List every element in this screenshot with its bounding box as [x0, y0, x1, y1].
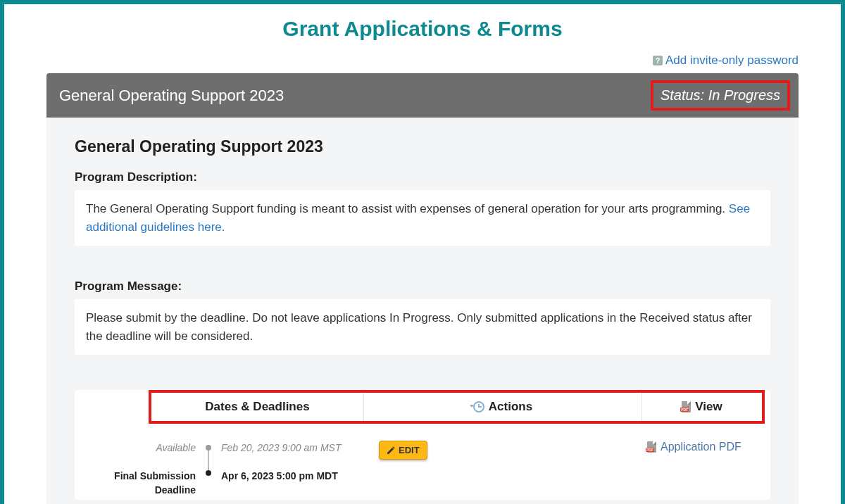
page-title: Grant Applications & Forms	[4, 17, 841, 41]
program-description-box: The General Operating Support funding is…	[75, 190, 770, 246]
program-message-box: Please submit by the deadline. Do not le…	[75, 299, 770, 355]
col-header-view-text: View	[695, 400, 722, 414]
table-body-row: Available Final Submission Deadline Feb	[75, 424, 770, 500]
timeline-line	[208, 451, 209, 470]
col-header-view: View	[642, 393, 762, 421]
application-pdf-link[interactable]: Application PDF	[647, 441, 741, 453]
grant-card: General Operating Support 2023 Status: I…	[46, 73, 799, 504]
status-badge: Status: In Progress	[651, 80, 790, 111]
deadline-date: Apr 6, 2023 5:00 pm MDT	[221, 469, 355, 483]
card-body: General Operating Support 2023 Program D…	[46, 118, 799, 504]
add-invite-password-link[interactable]: ? Add invite-only password	[653, 53, 799, 68]
pdf-icon	[647, 441, 656, 453]
deadline-label: Final Submission Deadline	[80, 469, 196, 483]
application-pdf-link-text: Application PDF	[661, 441, 741, 453]
top-link-bar: ? Add invite-only password	[4, 53, 841, 73]
view-cell: Application PDF	[640, 441, 765, 483]
available-date: Feb 20, 2023 9:00 am MST	[221, 441, 355, 455]
pdf-icon	[682, 401, 691, 412]
col-header-dates: Dates & Deadlines	[151, 393, 364, 421]
edit-button-label: EDIT	[399, 445, 420, 455]
program-description-label: Program Description:	[75, 170, 770, 184]
dates-cell: Available Final Submission Deadline Feb	[80, 441, 362, 483]
timeline-dot-available	[206, 445, 211, 451]
program-message-label: Program Message:	[75, 279, 770, 294]
table-header-row: Dates & Deadlines Actions View	[149, 390, 765, 424]
add-invite-password-link-text: Add invite-only password	[665, 53, 799, 68]
card-subtitle: General Operating Support 2023	[75, 137, 770, 156]
available-label: Available	[80, 441, 196, 455]
col-header-actions: Actions	[364, 393, 642, 421]
page-container: Grant Applications & Forms ? Add invite-…	[4, 4, 841, 504]
col-header-actions-text: Actions	[489, 400, 532, 414]
card-header: General Operating Support 2023 Status: I…	[46, 73, 799, 118]
timeline: Available Final Submission Deadline Feb	[80, 441, 355, 483]
actions-cell: EDIT	[362, 441, 640, 483]
timeline-dot-deadline	[206, 470, 211, 476]
program-message-text: Please submit by the deadline. Do not le…	[86, 311, 752, 343]
history-icon	[473, 401, 484, 412]
help-icon: ?	[653, 56, 663, 65]
edit-button[interactable]: EDIT	[379, 441, 427, 460]
deadlines-table: Dates & Deadlines Actions View A	[75, 390, 770, 500]
card-header-title: General Operating Support 2023	[59, 87, 284, 105]
program-description-text: The General Operating Support funding is…	[86, 202, 725, 215]
pencil-icon	[387, 446, 395, 455]
